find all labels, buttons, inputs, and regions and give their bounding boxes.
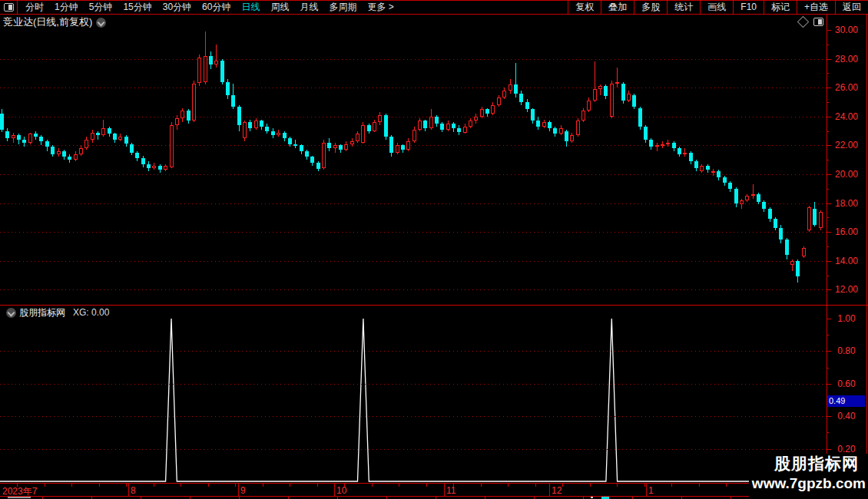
chart-title[interactable]: 竞业达(日线,前复权)	[3, 15, 92, 29]
tool-item[interactable]: 多股	[634, 1, 667, 14]
candle	[209, 56, 213, 64]
week-tick	[562, 484, 563, 487]
month-label: 11	[446, 485, 456, 496]
indicator-header: 股朋指标网 XG: 0.00	[2, 307, 109, 318]
candle	[231, 95, 235, 107]
window-layout-button[interactable]	[0, 1, 18, 14]
axis-tick	[827, 203, 831, 204]
candle	[101, 128, 105, 135]
gridline	[0, 416, 827, 417]
gridline	[0, 145, 827, 146]
candle	[356, 134, 359, 140]
candle	[694, 161, 698, 168]
month-divider	[238, 484, 239, 496]
cut-text-fragment	[591, 497, 593, 498]
week-tick	[699, 484, 700, 487]
tool-item[interactable]: 统计	[667, 1, 700, 14]
candle	[548, 122, 552, 128]
candle	[141, 158, 145, 164]
candle	[192, 84, 196, 121]
week-tick	[181, 484, 181, 487]
candle-wick	[617, 68, 618, 88]
candle	[152, 166, 156, 169]
tool-item[interactable]: 画线	[700, 1, 733, 14]
tool-item[interactable]: 复权	[568, 1, 601, 14]
candle	[96, 133, 100, 136]
candle	[108, 128, 111, 134]
axis-minor-tick	[827, 335, 829, 335]
tool-item[interactable]: 叠加	[601, 1, 634, 14]
gridline	[0, 203, 827, 204]
candle	[751, 194, 755, 196]
period-item[interactable]: 更多 >	[362, 1, 399, 14]
candle	[130, 144, 134, 153]
chevron-down-icon[interactable]	[96, 18, 106, 28]
month-divider	[549, 484, 550, 496]
period-item[interactable]: 周线	[265, 1, 294, 14]
gridline	[0, 174, 827, 175]
candle	[632, 95, 636, 107]
period-item[interactable]: 15分钟	[118, 1, 157, 14]
tool-item[interactable]: 返回	[835, 1, 868, 14]
candle	[396, 145, 399, 152]
axis-tick	[827, 145, 831, 146]
candle	[790, 261, 794, 266]
candle	[514, 84, 518, 93]
candle	[22, 140, 26, 143]
week-tick	[453, 484, 454, 487]
candle	[350, 141, 354, 144]
period-item[interactable]: 日线	[236, 1, 265, 14]
axis-minor-tick	[827, 351, 829, 352]
current-value-badge: 0.49	[827, 395, 865, 407]
axis-minor-tick	[827, 131, 829, 132]
axis-tick	[827, 59, 831, 60]
panel-toggle-icon[interactable]	[813, 18, 823, 26]
y-axis-label: 22.00	[830, 140, 863, 150]
candle	[672, 143, 676, 149]
candle	[293, 144, 297, 146]
candle	[757, 194, 760, 201]
candlestick-chart[interactable]	[0, 30, 827, 302]
period-item[interactable]: 1分钟	[49, 1, 84, 14]
candle	[536, 121, 540, 127]
candle	[463, 127, 467, 133]
week-tick	[344, 484, 345, 487]
period-item[interactable]: 5分钟	[84, 1, 118, 14]
chevron-down-icon[interactable]	[6, 308, 16, 318]
candle	[271, 131, 275, 136]
week-tick	[208, 484, 209, 487]
candle	[344, 144, 348, 150]
period-item[interactable]: 60分钟	[197, 1, 236, 14]
candle	[243, 122, 247, 138]
candle	[254, 121, 258, 127]
candle	[305, 151, 309, 157]
period-item[interactable]: 多周期	[323, 1, 362, 14]
period-item[interactable]: 分时	[20, 1, 49, 14]
candle	[593, 89, 597, 101]
axis-minor-tick	[827, 319, 829, 319]
period-item[interactable]: 月线	[294, 1, 323, 14]
axis-minor-tick	[827, 246, 829, 247]
gridline	[0, 232, 827, 233]
indicator-name[interactable]: 股朋指标网	[19, 306, 65, 319]
candle	[774, 219, 777, 227]
candle	[84, 140, 88, 148]
indicator-chart[interactable]	[0, 306, 827, 483]
candle	[175, 118, 179, 125]
candle	[118, 137, 122, 140]
week-tick	[71, 484, 72, 487]
axis-minor-tick	[827, 160, 829, 160]
week-tick	[235, 484, 236, 487]
period-item[interactable]: 30分钟	[157, 1, 197, 14]
gridline	[0, 289, 827, 290]
tool-item[interactable]: F10	[733, 1, 764, 14]
y-axis-label: 0.60	[830, 378, 863, 389]
candle	[661, 144, 664, 146]
axis-minor-tick	[827, 73, 829, 74]
week-tick	[372, 484, 373, 487]
period-menu: 分时1分钟5分钟15分钟30分钟60分钟日线周线月线多周期更多 >	[20, 1, 399, 14]
tool-item[interactable]: +自选	[797, 1, 835, 14]
candle	[91, 133, 94, 140]
tool-item[interactable]: 标记	[764, 1, 797, 14]
candle	[181, 111, 184, 117]
